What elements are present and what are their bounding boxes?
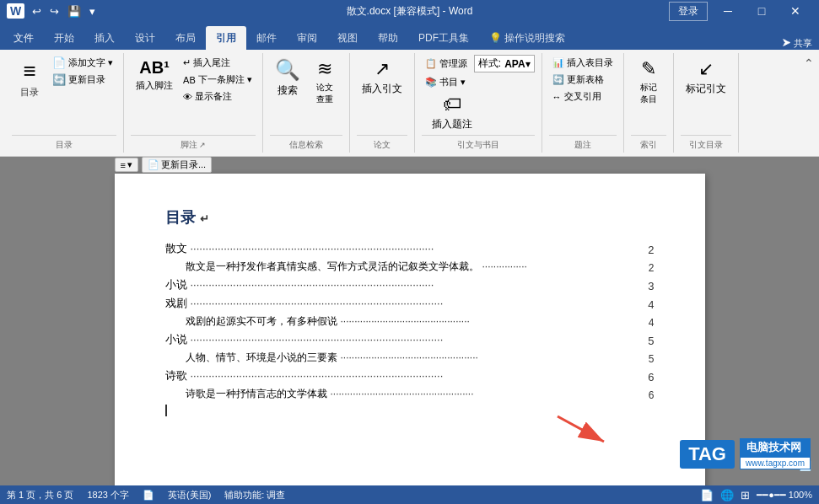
style-dropdown-icon: ▾ [525,58,531,70]
maximize-button[interactable]: □ [745,0,779,22]
insert-tof-label: 插入表目录 [567,56,613,69]
document-area: ≡ ▾ 📄 更新目录... 目录 ↵ 散文···················… [0,157,819,495]
toc-update-button[interactable]: 📄 更新目录... [142,157,212,173]
tab-file[interactable]: 文件 [3,26,44,50]
tag-site: www.tagxp.com [740,457,811,469]
group-caption-items: 📊 插入表目录 🔄 更新表格 ↔ 交叉引用 [549,55,617,135]
group-caption: 📊 插入表目录 🔄 更新表格 ↔ 交叉引用 题注 [542,53,624,153]
cursor [165,405,167,416]
minimize-button[interactable]: ─ [711,0,745,22]
add-text-button[interactable]: 📄 添加文字 ▾ [49,55,116,71]
toc-type-button[interactable]: ≡ ▾ [115,158,138,172]
status-lang-icon: 📄 [143,490,154,501]
group-footnote-label: 脚注 ↗ [131,135,256,151]
toc-update-label: 更新目录... [161,158,206,171]
group-toc-label: 目录 [12,135,116,151]
toc-entry-6: 人物、情节、环境是小说的三要素 ························… [165,351,655,365]
style-dropdown[interactable]: 样式: APA ▾ [474,55,535,72]
group-footnote-items: AB¹ 插入脚注 ↵ 插入尾注 AB 下一条脚注 ▾ 👁 显示备注 [131,55,256,135]
tag-overlay: TAG 电脑技术网 www.tagxp.com [680,438,811,469]
mark-citation-button[interactable]: ↙ 标记引文 [681,55,731,99]
group-index-label: 索引 [631,135,666,151]
toc-entry-title-4: 戏剧的起源实不可考，有多种假说 [186,314,337,329]
insert-caption-button[interactable]: 🏷 插入题注 [427,90,477,135]
tab-design[interactable]: 设计 [125,26,165,50]
view-web-btn[interactable]: 🌐 [720,489,734,501]
next-footnote-button[interactable]: AB 下一条脚注 ▾ [180,72,256,88]
paper-check-button[interactable]: ≋ 论文查重 [307,55,342,109]
collapse-ribbon[interactable]: ⌃ [804,53,814,153]
toc-entries: 散文······································… [165,241,655,401]
style-value: APA [504,58,525,70]
update-table-label: 更新表格 [567,73,604,86]
manage-sources-label: 管理源 [439,57,467,70]
group-toa: ↙ 标记引文 引文目录 [674,53,739,153]
tab-search[interactable]: 💡 操作说明搜索 [479,26,575,50]
insert-footnote-button[interactable]: AB¹ 插入脚注 [131,55,178,95]
mark-entry-button[interactable]: ✎ 标记条目 [631,55,666,109]
status-pages: 第 1 页，共 6 页 [7,489,73,501]
toc-entry-page-0: 2 [648,244,654,256]
collapse-icon[interactable]: ⌃ [804,56,814,70]
group-search-items: 🔍 搜索 ≋ 论文查重 [270,55,342,135]
tab-start[interactable]: 开始 [44,26,84,50]
paper-check-label: 论文查重 [316,82,333,105]
group-bibliography-label: 引文与书目 [422,135,535,151]
group-index-items: ✎ 标记条目 [631,55,666,135]
tab-layout[interactable]: 布局 [165,26,206,50]
toc-entry-title-1: 散文是一种抒发作者真情实感、写作方式灵活的记叙类文学体裁。 [186,260,479,274]
share-button[interactable]: ⮞ 共享 [782,37,812,50]
group-search: 🔍 搜索 ≋ 论文查重 信息检索 [263,53,350,153]
group-toc: ≡ 目录 📄 添加文字 ▾ 🔄 更新目录 目录 [5,53,124,153]
bibliography-top-row: 📋 管理源 样式: APA ▾ [422,55,535,72]
status-right: 📄 🌐 ⊞ ━━●━━ 100% [700,489,812,501]
tab-help[interactable]: 帮助 [368,26,408,50]
tab-insert[interactable]: 插入 [84,26,125,50]
tab-references[interactable]: 引用 [206,26,246,50]
tab-pdf[interactable]: PDF工具集 [408,26,479,50]
toc-entry-title-8: 诗歌是一种抒情言志的文学体裁 [186,387,327,401]
redo-btn[interactable]: ↪ [47,3,62,19]
footnote-icon: AB¹ [139,58,170,78]
save-btn[interactable]: 💾 [65,3,84,19]
update-table-icon: 🔄 [552,74,564,85]
insert-caption-btn-wrap: 🏷 插入题注 [427,90,477,135]
tab-view[interactable]: 视图 [327,26,368,50]
search-button[interactable]: 🔍 搜索 [270,55,305,101]
show-notes-button[interactable]: 👁 显示备注 [180,88,256,105]
customize-btn[interactable]: ▾ [87,3,98,19]
toc-entry-title-0: 散文 [165,241,187,256]
bibliography-button[interactable]: 📚 书目 ▾ [422,74,535,90]
close-button[interactable]: ✕ [779,0,812,22]
update-toc-button[interactable]: 🔄 更新目录 [49,72,116,88]
insert-endnote-button[interactable]: ↵ 插入尾注 [180,55,256,71]
toc-entry-title-2: 小说 [165,277,187,292]
tab-mail[interactable]: 邮件 [246,26,287,50]
mark-entry-icon: ✎ [641,58,656,80]
toc-col: 📄 添加文字 ▾ 🔄 更新目录 [49,55,116,88]
status-bar: 第 1 页，共 6 页 1823 个字 📄 英语(美国) 辅助功能: 调查 📄 … [0,485,819,504]
cross-reference-button[interactable]: ↔ 交叉引用 [549,88,617,105]
insert-citation-button[interactable]: ↗ 插入引文 [357,55,407,99]
undo-btn[interactable]: ↩ [30,3,44,19]
view-print-btn[interactable]: 📄 [700,489,714,501]
manage-sources-button[interactable]: 📋 管理源 [422,56,471,72]
toc-entry-title-6: 人物、情节、环境是小说的三要素 [186,351,337,365]
ribbon-content: ≡ 目录 📄 添加文字 ▾ 🔄 更新目录 目录 [0,50,819,156]
view-focus-btn[interactable]: ⊞ [741,489,750,501]
login-button[interactable]: 登录 [669,2,708,21]
update-table-button[interactable]: 🔄 更新表格 [549,72,617,88]
insert-table-of-figures-button[interactable]: 📊 插入表目录 [549,55,617,71]
toc-entry-8: 诗歌是一种抒情言志的文学体裁 ·························… [165,387,655,401]
show-notes-label: 显示备注 [195,90,232,103]
toc-entry-dots-0: ········································… [191,242,645,255]
tab-review[interactable]: 审阅 [287,26,327,50]
bibliography-icon: 📚 [425,77,437,88]
caption-col: 📊 插入表目录 🔄 更新表格 ↔ 交叉引用 [549,55,617,105]
mark-citation-icon: ↙ [698,58,714,80]
zoom-slider[interactable]: ━━●━━ 100% [757,490,812,501]
toc-button[interactable]: ≡ 目录 [12,55,47,102]
next-footnote-icon: AB [183,75,196,85]
para-mark-heading: ↵ [200,212,209,225]
toc-entry-dots-8: ········································… [331,388,645,399]
